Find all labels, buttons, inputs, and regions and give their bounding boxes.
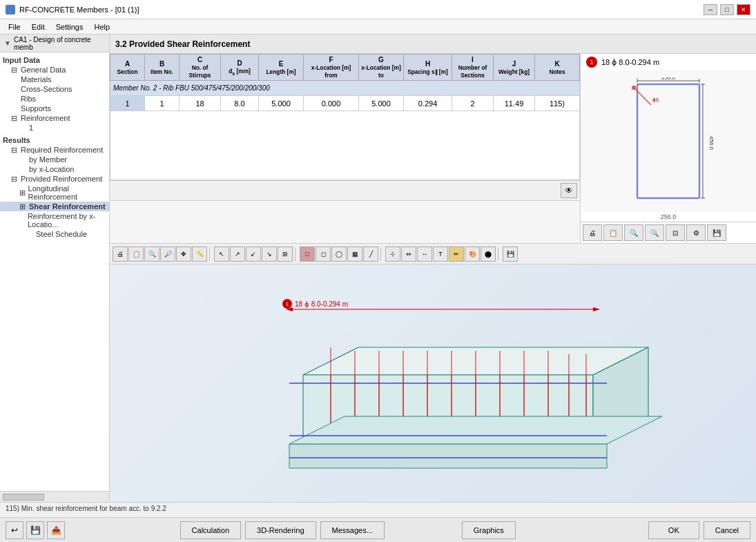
sidebar-item-steel-schedule[interactable]: Steel Schedule	[0, 229, 109, 239]
gfx-sep-1	[209, 247, 212, 261]
col-header-b: BItem No.	[145, 55, 180, 81]
menu-help[interactable]: Help	[88, 21, 115, 32]
gfx-btn-square[interactable]: ◻	[316, 246, 331, 262]
gfx-btn-zoom[interactable]: 🔍	[144, 246, 159, 262]
gfx-btn-move[interactable]: ✥	[176, 246, 191, 262]
cs-btn-print[interactable]: 🖨	[583, 224, 602, 241]
tree-section-input: Input Data	[0, 55, 109, 65]
col-header-i: INumber of Sections	[452, 55, 494, 81]
gfx-btn-print[interactable]: 🖨	[113, 246, 128, 262]
menu-edit[interactable]: Edit	[26, 21, 50, 32]
sidebar-item-general[interactable]: ⊟General Data	[0, 65, 109, 75]
gfx-btn-cursor[interactable]: ⊹	[385, 246, 400, 262]
dropdown-label: CA1 - Design of concrete memb	[14, 36, 105, 51]
sidebar-item-by-x-location[interactable]: by x-Location	[0, 164, 109, 174]
col-header-j: JWeight [kg]	[494, 55, 535, 81]
cross-section-panel: 1 18 ϕ 8.0-0.294 m 256.0	[580, 54, 756, 243]
sidebar-item-reinforcement[interactable]: ⊟Reinforcement	[0, 113, 109, 123]
sidebar-item-reinf-by-x[interactable]: Reinforcement by x-Locatio...	[0, 211, 109, 229]
gfx-btn-measure[interactable]: ⇔	[401, 246, 416, 262]
sidebar-item-supports[interactable]: Supports	[0, 104, 109, 113]
minimize-button[interactable]: ─	[704, 4, 717, 15]
sidebar-scrollbar[interactable]	[0, 491, 109, 502]
gfx-btn-color[interactable]: 🎨	[465, 246, 480, 262]
member-header-row: Member No. 2 - Rib FBU 500/475/475/200/2…	[110, 81, 580, 96]
ok-button[interactable]: OK	[648, 521, 699, 539]
gfx-btn-arrow4[interactable]: ↘	[262, 246, 277, 262]
app-icon	[6, 5, 15, 14]
cell-length: 5.000	[259, 96, 304, 111]
bottom-icon-3[interactable]: 📤	[47, 521, 65, 539]
data-table: ASection BItem No. CNo. of Stirrups Dds …	[110, 54, 580, 180]
3d-annotation: 1 18 ϕ 8.0-0.294 m	[282, 299, 348, 309]
gfx-btn-ruler[interactable]: 📏	[192, 246, 207, 262]
sidebar-item-ribs[interactable]: Ribs	[0, 94, 109, 104]
gfx-btn-text[interactable]: T	[433, 246, 448, 262]
gfx-btn-bars[interactable]: ▦	[347, 246, 362, 262]
cell-ds: 8.0	[221, 96, 259, 111]
gfx-btn-edit[interactable]: ✏	[449, 246, 464, 262]
cs-annotation: 18 ϕ 8.0-0.294 m	[601, 58, 659, 67]
gfx-btn-export2[interactable]: 💾	[503, 246, 518, 262]
cell-notes: 115)	[535, 96, 580, 111]
menu-settings[interactable]: Settings	[50, 21, 89, 32]
calculation-button[interactable]: Calculation	[180, 521, 241, 539]
sidebar-item-cross-sections[interactable]: Cross-Sections	[0, 84, 109, 94]
sidebar-item-provided-reinf[interactable]: ⊟Provided Reinforcement	[0, 174, 109, 184]
cell-xfrom: 0.000	[304, 96, 359, 111]
sidebar-item-shear[interactable]: ⊞Shear Reinforcement	[0, 202, 109, 211]
svg-point-10	[632, 86, 636, 90]
cs-btn-copy[interactable]: 📋	[603, 224, 623, 241]
svg-marker-43	[289, 416, 662, 444]
cs-btn-fit[interactable]: ⊡	[666, 224, 685, 241]
gfx-btn-arrow3[interactable]: ↙	[246, 246, 261, 262]
cs-btn-zoom-out[interactable]: 🔍	[645, 224, 664, 241]
messages-button[interactable]: Messages...	[320, 521, 385, 539]
gfx-btn-view1[interactable]: ⊞	[278, 246, 293, 262]
cs-btn-config[interactable]: ⚙	[686, 224, 706, 241]
maximize-button[interactable]: □	[720, 4, 734, 15]
gfx-btn-arrow2[interactable]: ↗	[230, 246, 245, 262]
dropdown-bar[interactable]: ▼ CA1 - Design of concrete memb	[0, 35, 109, 52]
col-header-d: Dds [mm]	[221, 55, 259, 81]
gfx-btn-rect[interactable]: □	[300, 246, 315, 262]
gfx-btn-annotate[interactable]: ↔	[417, 246, 432, 262]
col-header-k: KNotes	[535, 55, 580, 81]
gfx-btn-circle[interactable]: ◯	[331, 246, 347, 262]
gfx-sep-4	[498, 247, 501, 261]
cs-drawing: 256.0 456.0 ϕ8	[581, 70, 756, 212]
gfx-btn-arrow1[interactable]: ↖	[214, 246, 229, 262]
gfx-btn-palette[interactable]: ⬤	[481, 246, 496, 262]
gfx-btn-zoom2[interactable]: 🔎	[160, 246, 175, 262]
sidebar-item-reinf-1[interactable]: 1	[0, 123, 109, 133]
table-toolbar: 👁	[110, 181, 580, 201]
menu-file[interactable]: File	[3, 21, 26, 32]
3d-view[interactable]: 1 18 ϕ 8.0-0.294 m	[110, 264, 756, 502]
sidebar-item-materials[interactable]: Materials	[0, 75, 109, 84]
table-row: 1 1 18 8.0 5.000 0.000 5.000 0.294 2	[110, 96, 580, 111]
col-header-g: Gx-Location [m] to	[359, 55, 404, 81]
sidebar-item-by-member[interactable]: by Member	[0, 155, 109, 164]
cell-stirrups: 18	[180, 96, 221, 111]
cell-xto: 5.000	[359, 96, 404, 111]
close-button[interactable]: ✕	[737, 4, 750, 15]
sidebar: ▼ CA1 - Design of concrete memb Input Da…	[0, 35, 110, 502]
visibility-button[interactable]: 👁	[561, 183, 577, 198]
cs-btn-zoom-in[interactable]: 🔍	[624, 224, 643, 241]
cs-btn-export[interactable]: 💾	[707, 224, 726, 241]
gfx-btn-line[interactable]: ╱	[363, 246, 378, 262]
cs-label-row: 1 18 ϕ 8.0-0.294 m	[581, 54, 756, 70]
sidebar-item-longitudinal[interactable]: ⊞Longitudinal Reinforcement	[0, 184, 109, 202]
cell-numsections: 2	[452, 96, 494, 111]
bottom-icon-1[interactable]: ↩	[6, 521, 23, 539]
gfx-btn-copy2[interactable]: 📋	[128, 246, 144, 262]
svg-marker-15	[303, 347, 648, 375]
bottom-icon-2[interactable]: 💾	[26, 521, 44, 539]
svg-text:256.0: 256.0	[661, 77, 676, 81]
cancel-button[interactable]: Cancel	[704, 521, 750, 539]
sidebar-item-required-reinf[interactable]: ⊟Required Reinforcement	[0, 145, 109, 155]
rendering-button[interactable]: 3D-Rendering	[245, 521, 316, 539]
graphics-button[interactable]: Graphics	[462, 521, 516, 539]
gfx-sep-2	[295, 247, 298, 261]
panel-header: 3.2 Provided Shear Reinforcement	[110, 35, 756, 54]
